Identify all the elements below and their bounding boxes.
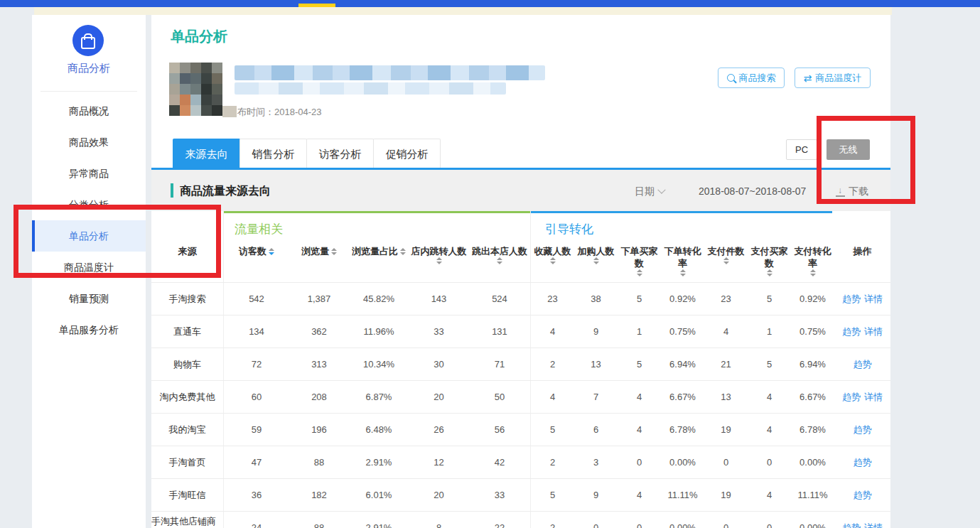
value-cell: 4 [704,316,748,347]
value-cell: 23 [531,283,574,315]
detail-link[interactable]: 详情 [864,391,883,404]
column-header[interactable]: 加购人数 [574,211,618,282]
value-cell: 72 [224,348,289,380]
value-cell: 20 [409,381,469,413]
trend-link[interactable]: 趋势 [842,325,861,338]
value-cell: 0 [704,446,748,478]
sidebar-item-product-thermometer[interactable]: 商品温度计 [32,252,146,283]
sidebar-item-product-overview[interactable]: 商品概况 [32,95,146,126]
column-header-label: 下单买家数 [618,245,661,269]
value-cell: 0 [704,512,748,528]
device-toggle-pc[interactable]: PC [786,139,817,160]
value-cell: 0 [748,512,791,528]
column-header-label: 跳出本店人数 [472,245,527,257]
sort-icon[interactable] [593,257,599,264]
product-thermometer-button[interactable]: ⇄ 商品温度计 [795,68,871,88]
sidebar-divider [41,91,137,92]
trend-link[interactable]: 趋势 [842,293,861,306]
detail-link[interactable]: 详情 [864,522,883,528]
value-cell: 134 [224,316,289,347]
sort-icon[interactable] [680,269,686,276]
value-cell: 362 [289,316,349,347]
value-cell: 6.94% [661,348,704,380]
value-cell: 4 [748,479,791,511]
value-cell: 13 [704,381,748,413]
value-cell: 33 [409,316,469,347]
value-cell: 24 [224,512,289,528]
sidebar-item-product-effect[interactable]: 商品效果 [32,126,146,158]
sort-icon[interactable] [550,257,556,264]
sidebar-item-sales-forecast[interactable]: 销量预测 [32,283,146,314]
column-header[interactable]: 浏览量占比 [349,211,409,282]
detail-link[interactable]: 详情 [864,325,883,338]
sort-icon[interactable] [637,269,642,276]
column-header[interactable]: 支付买家数 [748,211,791,282]
trend-link[interactable]: 趋势 [854,489,872,502]
table-row: 直通车13436211.96%331314910.75%410.75%趋势详情 [151,315,890,347]
tab-promotion-analysis[interactable]: 促销分析 [373,139,441,168]
value-cell: 0.00% [661,512,704,528]
trend-link[interactable]: 趋势 [854,358,872,371]
value-cell: 4 [618,414,661,446]
notice-strip [34,7,892,15]
sort-icon[interactable] [723,257,729,264]
value-cell: 7 [574,381,618,413]
column-header[interactable]: 下单转化率 [661,211,704,282]
trend-link[interactable]: 趋势 [842,522,861,528]
table-row: 我的淘宝591966.48%26565646.78%1946.78%趋势 [151,413,890,446]
sidebar-item-abnormal-products[interactable]: 异常商品 [32,158,146,189]
sort-icon[interactable] [767,269,772,276]
sidebar-item-category-analysis[interactable]: 分类分析 [32,189,146,220]
value-cell: 3 [574,446,618,478]
value-cell: 33 [469,479,531,511]
value-cell: 5 [531,414,574,446]
column-header[interactable]: 收藏人数 [531,211,574,282]
value-cell: 6.67% [661,381,704,413]
page-title: 单品分析 [171,27,227,46]
value-cell: 0.92% [791,283,834,315]
column-header[interactable]: 支付转化率 [791,211,834,282]
trend-link[interactable]: 趋势 [842,391,861,404]
column-header[interactable]: 支付件数 [704,211,748,282]
device-toggle-wireless[interactable]: 无线 [826,139,870,160]
value-cell: 0.00% [791,446,834,478]
value-cell: 10.34% [349,348,409,380]
source-cell: 手淘其他店铺商品 [151,512,224,528]
trend-link[interactable]: 趋势 [854,424,872,436]
tab-source-destination[interactable]: 来源去向 [173,139,240,168]
download-button[interactable]: 下载 [836,185,868,198]
column-header-label: 支付转化率 [791,245,834,269]
column-header[interactable]: 浏览量 [289,211,349,282]
column-header[interactable]: 访客数 [224,211,289,282]
sort-icon[interactable] [810,269,816,276]
sidebar-item-single-product-service[interactable]: 单品服务分析 [32,314,146,345]
column-header[interactable]: 跳出本店人数 [469,211,531,282]
value-cell: 38 [574,283,618,315]
sort-icon[interactable] [497,257,502,264]
source-cell: 手淘旺信 [151,479,224,511]
trend-link[interactable]: 趋势 [854,456,872,469]
column-header[interactable]: 店内跳转人数 [409,211,469,282]
detail-link[interactable]: 详情 [864,293,883,306]
product-search-button[interactable]: 商品搜索 [718,68,785,88]
value-cell: 4 [531,381,574,413]
column-header[interactable]: 下单买家数 [618,211,661,282]
sort-icon[interactable] [400,248,406,255]
sort-icon[interactable] [331,248,337,255]
sort-icon[interactable] [269,248,274,255]
value-cell: 5 [618,283,661,315]
value-cell: 4 [748,381,791,413]
sidebar-item-single-product-analysis[interactable]: 单品分析 [32,220,146,252]
source-cell: 我的淘宝 [151,414,224,446]
date-dropdown[interactable]: 日期 [635,185,664,198]
column-header-label: 店内跳转人数 [411,245,467,257]
sort-icon[interactable] [436,257,442,264]
swap-icon: ⇄ [804,73,812,83]
value-cell: 2.91% [349,446,409,478]
value-cell: 6.78% [661,414,704,446]
tab-sales-analysis[interactable]: 销售分析 [239,139,307,168]
tab-visitor-analysis[interactable]: 访客分析 [306,139,374,168]
value-cell: 36 [224,479,289,511]
value-cell: 4 [618,381,661,413]
value-cell: 88 [289,446,349,478]
